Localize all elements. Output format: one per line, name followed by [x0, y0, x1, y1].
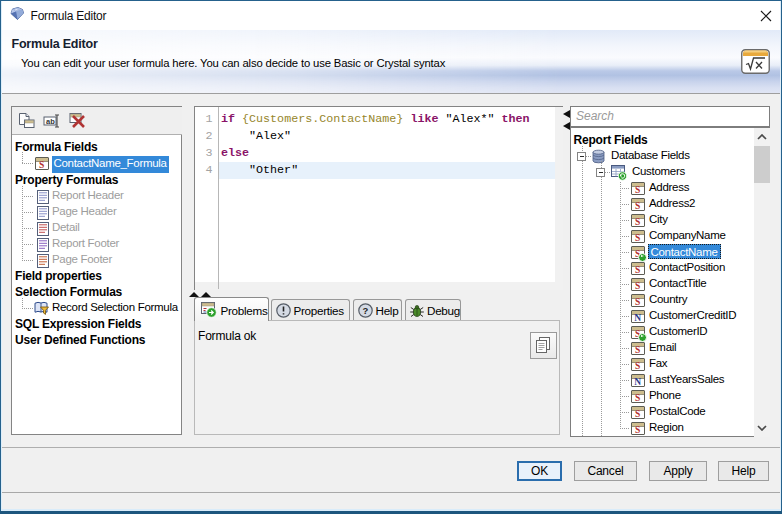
- svg-text:ab: ab: [46, 116, 55, 125]
- svg-text:?: ?: [362, 305, 368, 316]
